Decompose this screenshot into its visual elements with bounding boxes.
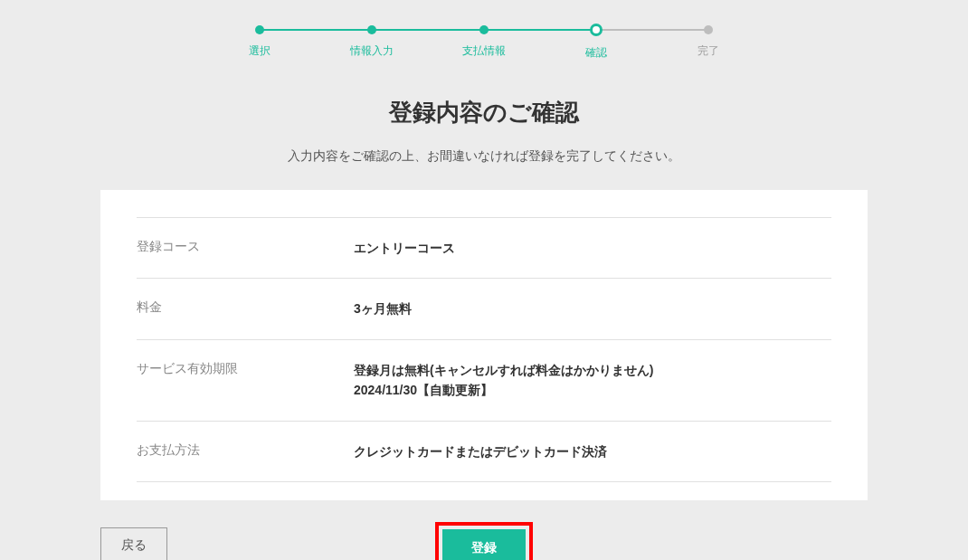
row-label-course: 登録コース — [137, 238, 354, 255]
step-dot-current-icon — [590, 24, 603, 36]
step-line-icon — [372, 29, 484, 31]
row-value-validity: 登録月は無料(キャンセルすれば料金はかかりません) 2024/11/30【自動更… — [354, 360, 653, 401]
row-value-course: エントリーコース — [354, 238, 455, 258]
row-price: 料金 3ヶ月無料 — [137, 278, 831, 338]
row-value-price: 3ヶ月無料 — [354, 299, 412, 318]
step-label: 支払情報 — [462, 43, 506, 59]
step-dot-future-icon — [704, 25, 713, 34]
row-label-validity: サービス有効期限 — [137, 360, 354, 377]
actions-bar: 戻る 登録 — [100, 522, 868, 560]
row-label-price: 料金 — [137, 299, 354, 316]
step-dot-icon — [255, 25, 264, 34]
progress-stepper: 選択 情報入力 支払情報 確認 完了 — [204, 25, 764, 61]
row-payment: お支払方法 クレジットカードまたはデビットカード決済 — [137, 421, 831, 482]
step-line-icon — [596, 29, 708, 31]
step-dot-icon — [479, 25, 489, 34]
row-validity: サービス有効期限 登録月は無料(キャンセルすれば料金はかかりません) 2024/… — [137, 339, 831, 421]
submit-button[interactable]: 登録 — [442, 529, 526, 560]
step-select: 選択 — [204, 25, 316, 59]
step-label: 情報入力 — [350, 43, 394, 59]
confirmation-card: 登録コース エントリーコース 料金 3ヶ月無料 サービス有効期限 登録月は無料(… — [100, 190, 868, 500]
step-dot-icon — [367, 25, 376, 34]
page-subtitle: 入力内容をご確認の上、お間違いなければ登録を完了してください。 — [0, 148, 968, 165]
registration-confirm-page: 選択 情報入力 支払情報 確認 完了 登録内容のご確認 入力内容をご確認の上、お… — [0, 0, 968, 560]
step-label: 完了 — [698, 43, 719, 59]
step-label: 選択 — [249, 43, 270, 59]
step-line-icon — [260, 29, 372, 31]
row-label-payment: お支払方法 — [137, 441, 354, 459]
row-value-payment: クレジットカードまたはデビットカード決済 — [354, 441, 607, 461]
row-course: 登録コース エントリーコース — [137, 217, 831, 278]
back-button[interactable]: 戻る — [100, 527, 167, 560]
page-title: 登録内容のご確認 — [0, 97, 968, 128]
step-line-icon — [484, 29, 596, 31]
validity-line1: 登録月は無料(キャンセルすれば料金はかかりません) — [354, 360, 653, 380]
submit-highlight-box: 登録 — [435, 522, 533, 560]
step-label: 確認 — [585, 45, 607, 61]
validity-line2: 2024/11/30【自動更新】 — [354, 380, 653, 400]
